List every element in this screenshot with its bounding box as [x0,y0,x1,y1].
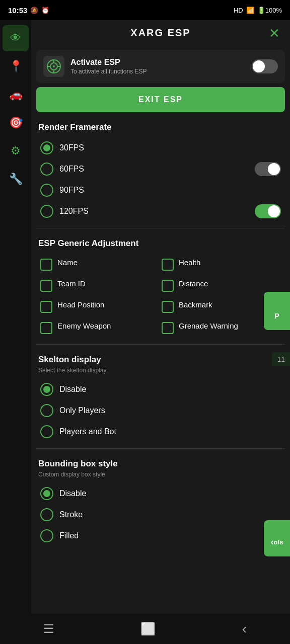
sidebar-item-vehicle[interactable]: 🚗 [3,82,29,108]
checkbox-health-box[interactable] [162,259,174,271]
fps-60-toggle[interactable] [255,162,281,176]
activate-title: Activate ESP [70,58,246,67]
checkbox-health[interactable]: Health [162,256,281,273]
bbox-filled-label: Filled [59,531,79,540]
skelton-players-bot-radio[interactable] [40,425,53,438]
skelton-only-players-radio[interactable] [40,404,53,417]
app-title: XARG ESP [130,27,190,39]
main-content: XARG ESP ✕ Activate ESP To activate all … [31,20,290,644]
skelton-only-players-label: Only Players [59,406,105,415]
exit-esp-button[interactable]: EXIT ESP [36,87,285,112]
skelton-display-section: Skelton display Select the skelton displ… [31,349,290,444]
skelton-players-bot-label: Players and Bot [59,427,116,436]
side-tab-tools-label: ols [274,538,283,546]
checkbox-backmark-label: Backmark [179,300,212,310]
fps-120-option[interactable]: 120FPS [38,201,255,222]
sidebar-item-eye[interactable]: 👁 [3,25,29,51]
fps-30-radio[interactable] [40,141,53,154]
checkbox-distance-box[interactable] [162,280,174,292]
status-time: 10:53 🔕 ⏰ [8,6,49,15]
esp-icon [43,56,64,77]
back-icon: ‹ [242,621,247,636]
target-icon: 🎯 [9,116,23,129]
checkbox-head-position[interactable]: Head Position [40,298,160,315]
bbox-filled-radio[interactable] [40,529,53,542]
bbox-disable-label: Disable [59,489,86,498]
activate-text: Activate ESP To activate all functions E… [70,58,246,75]
checkbox-enemy-weapon-label: Enemy Weapon [57,321,111,331]
fps-60-radio[interactable] [40,163,53,176]
nav-home-button[interactable]: ⬜ [140,622,156,636]
sidebar-item-target[interactable]: 🎯 [3,110,29,136]
skelton-only-players-option[interactable]: Only Players [38,400,283,421]
status-indicators: HD 📶 🔋100% [234,7,282,14]
checkbox-team-id[interactable]: Team ID [40,277,160,294]
side-number: 11 [272,352,290,366]
bbox-stroke-radio[interactable] [40,508,53,521]
activate-subtitle: To activate all functions ESP [70,68,246,75]
checkbox-distance[interactable]: Distance [162,277,281,294]
sidebar-item-location[interactable]: 📍 [3,53,29,79]
esp-generic-title: ESP Generic Adjustment [38,238,283,249]
checkbox-head-position-box[interactable] [40,301,52,313]
checkbox-name-box[interactable] [40,259,52,271]
checkbox-grenade-warning-box[interactable] [162,322,174,334]
esp-generic-section: ESP Generic Adjustment Name Health Team … [31,232,290,340]
sidebar-item-chip[interactable]: 🔧 [3,166,29,192]
activate-esp-card: Activate ESP To activate all functions E… [36,50,285,83]
bbox-disable-option[interactable]: Disable [38,483,283,504]
signal-icon: HD [234,7,243,14]
nav-menu-button[interactable]: ☰ [43,622,54,636]
car-icon: 🚗 [9,88,23,101]
chip-icon: 🔧 [9,173,23,186]
settings-icon: ⚙ [11,144,21,157]
checkbox-head-position-label: Head Position [57,300,104,310]
checkbox-grenade-warning[interactable]: Grenade Warning [162,319,281,336]
sidebar-item-settings[interactable]: ⚙ [3,138,29,164]
bbox-disable-radio[interactable] [40,487,53,500]
mute-icon: 🔕 [30,7,38,14]
header: XARG ESP ✕ [31,20,290,46]
bbox-stroke-label: Stroke [59,510,83,519]
fps-30-option[interactable]: 30FPS [38,137,283,158]
bounding-box-title: Bounding box style [38,459,283,469]
bbox-filled-option[interactable]: Filled [38,525,283,546]
checkbox-backmark[interactable]: Backmark [162,298,281,315]
checkbox-distance-label: Distance [179,279,208,289]
side-tab-tools[interactable]: ‹ ols [264,520,290,556]
side-tab-p-label: P [274,312,279,320]
eye-icon: 👁 [3,25,29,51]
checkbox-enemy-weapon-box[interactable] [40,322,52,334]
bbox-stroke-option[interactable]: Stroke [38,504,283,525]
skelton-players-bot-option[interactable]: Players and Bot [38,421,283,442]
fps-120-toggle[interactable] [255,204,281,218]
close-button[interactable]: ✕ [269,25,280,41]
fps-90-label: 90FPS [59,186,84,195]
nav-back-button[interactable]: ‹ [242,621,247,637]
bounding-box-section: Bounding box style Custom display box st… [31,453,290,548]
side-tab-p[interactable]: P [264,292,290,330]
bottom-nav: ☰ ⬜ ‹ [0,614,290,644]
activate-toggle[interactable] [252,59,278,73]
checkbox-backmark-box[interactable] [162,301,174,313]
skelton-disable-radio[interactable] [40,383,53,396]
battery-icon: 🔋100% [257,7,282,14]
esp-generic-grid: Name Health Team ID Distance Head Positi… [38,254,283,338]
fps-120-radio[interactable] [40,205,53,218]
sidebar: 👁 📍 🚗 🎯 ⚙ 🔧 [0,20,31,614]
fps-90-radio[interactable] [40,184,53,197]
home-icon: ⬜ [140,622,156,635]
render-framerate-section: Render Framerate 30FPS 60FPS 90FPS 120FP… [31,116,290,224]
status-bar: 10:53 🔕 ⏰ HD 📶 🔋100% [0,0,290,20]
skelton-title: Skelton display [38,355,283,365]
fps-90-option[interactable]: 90FPS [38,180,283,201]
checkbox-enemy-weapon[interactable]: Enemy Weapon [40,319,160,336]
fps-60-option[interactable]: 60FPS [38,158,255,180]
location-icon: 📍 [9,60,23,73]
checkbox-team-id-label: Team ID [57,279,86,289]
render-framerate-title: Render Framerate [38,122,283,132]
skelton-disable-option[interactable]: Disable [38,379,283,400]
checkbox-team-id-box[interactable] [40,280,52,292]
checkbox-name[interactable]: Name [40,256,160,273]
fps-30-label: 30FPS [59,143,84,152]
